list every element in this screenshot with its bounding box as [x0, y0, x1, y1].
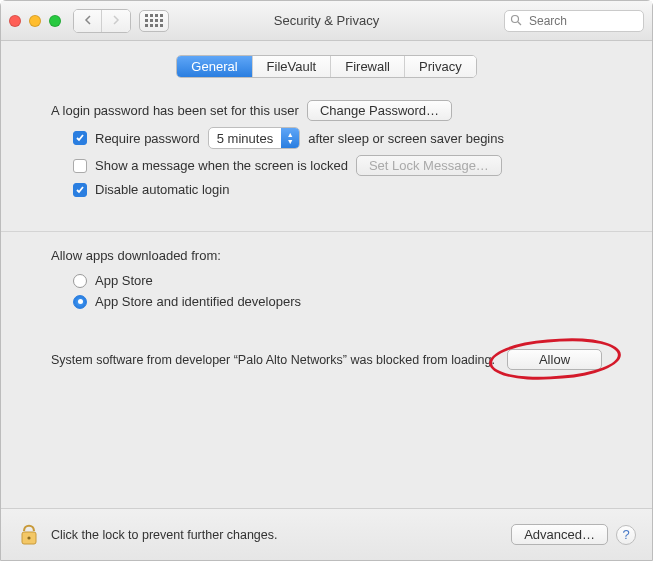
- after-sleep-text: after sleep or screen saver begins: [308, 131, 504, 146]
- tab-general[interactable]: General: [177, 56, 252, 77]
- tab-segment: General FileVault Firewall Privacy: [176, 55, 476, 78]
- select-arrows-icon: ▲▼: [281, 128, 299, 148]
- advanced-button[interactable]: Advanced…: [511, 524, 608, 545]
- back-button[interactable]: [74, 10, 102, 32]
- tab-privacy[interactable]: Privacy: [405, 56, 476, 77]
- titlebar: Security & Privacy: [1, 1, 652, 41]
- chevron-right-icon: [112, 13, 120, 28]
- search-icon: [510, 14, 522, 29]
- login-section: A login password has been set for this u…: [21, 94, 632, 203]
- require-password-label: Require password: [95, 131, 200, 146]
- allow-appstore-label: App Store: [95, 273, 153, 288]
- fullscreen-window-button[interactable]: [49, 15, 61, 27]
- allow-apps-heading: Allow apps downloaded from:: [51, 248, 602, 263]
- set-lock-message-button[interactable]: Set Lock Message…: [356, 155, 502, 176]
- traffic-lights: [9, 15, 61, 27]
- check-icon: [75, 185, 85, 195]
- window: Security & Privacy General FileVault Fir…: [0, 0, 653, 561]
- password-delay-select[interactable]: 5 minutes ▲▼: [208, 127, 300, 149]
- section-divider: [1, 231, 652, 232]
- tab-filevault[interactable]: FileVault: [253, 56, 332, 77]
- search-field-wrap: [504, 10, 644, 32]
- check-icon: [75, 133, 85, 143]
- lock-icon[interactable]: [17, 519, 41, 550]
- tab-firewall[interactable]: Firewall: [331, 56, 405, 77]
- search-input[interactable]: [504, 10, 644, 32]
- allow-apps-section: Allow apps downloaded from: App Store Ap…: [21, 248, 632, 370]
- svg-point-0: [512, 15, 519, 22]
- tabs: General FileVault Firewall Privacy: [21, 55, 632, 78]
- allow-button-wrap: Allow: [507, 349, 602, 370]
- forward-button[interactable]: [102, 10, 130, 32]
- disable-auto-login-checkbox[interactable]: [73, 183, 87, 197]
- allow-button[interactable]: Allow: [507, 349, 602, 370]
- content-area: General FileVault Firewall Privacy A log…: [1, 41, 652, 508]
- footer: Click the lock to prevent further change…: [1, 508, 652, 560]
- chevron-left-icon: [84, 13, 92, 28]
- change-password-button[interactable]: Change Password…: [307, 100, 452, 121]
- show-message-checkbox[interactable]: [73, 159, 87, 173]
- nav-back-forward: [73, 9, 131, 33]
- disable-auto-login-label: Disable automatic login: [95, 182, 229, 197]
- help-button[interactable]: ?: [616, 525, 636, 545]
- blocked-software-row: System software from developer “Palo Alt…: [51, 349, 602, 370]
- show-all-button[interactable]: [139, 10, 169, 32]
- show-message-label: Show a message when the screen is locked: [95, 158, 348, 173]
- login-password-set-text: A login password has been set for this u…: [51, 103, 299, 118]
- blocked-software-text: System software from developer “Palo Alt…: [51, 353, 495, 367]
- password-delay-value: 5 minutes: [209, 128, 281, 148]
- grid-icon: [145, 14, 163, 27]
- lock-text: Click the lock to prevent further change…: [51, 528, 278, 542]
- require-password-checkbox[interactable]: [73, 131, 87, 145]
- allow-identified-label: App Store and identified developers: [95, 294, 301, 309]
- svg-line-1: [518, 22, 521, 25]
- allow-appstore-radio[interactable]: [73, 274, 87, 288]
- close-window-button[interactable]: [9, 15, 21, 27]
- svg-point-3: [27, 536, 30, 539]
- footer-right: Advanced… ?: [511, 524, 636, 545]
- minimize-window-button[interactable]: [29, 15, 41, 27]
- allow-identified-radio[interactable]: [73, 295, 87, 309]
